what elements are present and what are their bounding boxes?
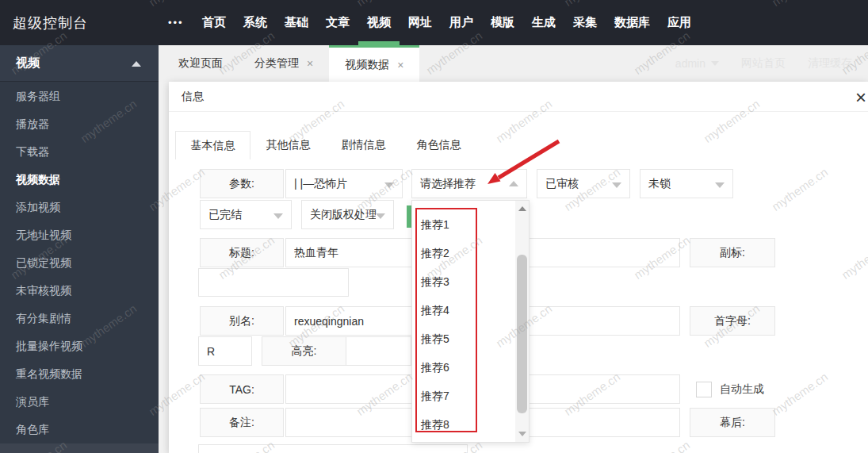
tab-video-data-active[interactable]: 视频数据 × — [329, 45, 419, 82]
scroll-down-icon[interactable] — [515, 426, 529, 442]
panel-title: 信息 — [182, 82, 204, 112]
nav-item-basic[interactable]: 基础 — [276, 0, 317, 45]
nav-item-template[interactable]: 模版 — [482, 0, 523, 45]
panel-header: 信息 × — [169, 82, 868, 112]
sidebar-item[interactable]: 无地址视频 — [0, 221, 159, 249]
sidebar-item[interactable]: 下载器 — [0, 138, 159, 166]
tab-other-info[interactable]: 其他信息 — [250, 131, 326, 159]
nav-item-generate[interactable]: 生成 — [523, 0, 564, 45]
nav-item-article[interactable]: 文章 — [317, 0, 358, 45]
site-home-link[interactable]: 网站首页 — [730, 56, 797, 71]
audit-select-value: 已审核 — [545, 177, 579, 191]
recommend-dropdown: 推荐1 推荐2 推荐3 推荐4 推荐5 推荐6 推荐7 推荐8 — [411, 200, 530, 443]
tab-label: 视频数据 — [345, 58, 389, 72]
sidebar-item[interactable]: 服务器组 — [0, 83, 159, 110]
close-icon[interactable]: × — [397, 59, 403, 71]
note-label: 备注: — [200, 408, 284, 437]
chevron-down-icon — [384, 182, 394, 188]
sidebar-item[interactable]: 有分集剧情 — [0, 305, 159, 332]
tab-welcome[interactable]: 欢迎页面 — [163, 45, 239, 82]
sidebar: 视频 服务器组 播放器 下载器 视频数据 添加视频 无地址视频 已锁定视频 未审… — [0, 45, 159, 453]
dropdown-option[interactable]: 推荐2 — [413, 240, 502, 268]
nav-item-url[interactable]: 网址 — [400, 0, 441, 45]
dropdown-option[interactable]: 推荐7 — [413, 382, 502, 411]
close-icon[interactable]: × — [849, 86, 868, 109]
top-nav: 首页 系统 基础 文章 视频 网址 用户 模版 生成 采集 数据库 应用 — [193, 0, 700, 45]
title-label: 标题: — [200, 238, 284, 267]
close-icon[interactable]: × — [307, 57, 313, 70]
chevron-down-icon — [612, 182, 621, 188]
lock-select[interactable]: 未锁 — [640, 169, 733, 198]
subtitle-label: 副标: — [690, 238, 775, 267]
sidebar-item[interactable]: 角色库 — [0, 416, 159, 443]
user-menu[interactable]: admin — [664, 57, 730, 70]
brand-title: 超级控制台 — [13, 0, 88, 45]
behind-label: 幕后: — [690, 408, 775, 437]
tab-category[interactable]: 分类管理 × — [239, 45, 329, 82]
sidebar-item[interactable]: 演员库 — [0, 388, 159, 416]
menu-toggle-icon[interactable]: ••• — [168, 0, 184, 45]
recommend-select[interactable]: 请选择推荐 — [411, 169, 527, 198]
sidebar-item[interactable]: 未审核视频 — [0, 277, 159, 305]
nav-item-system[interactable]: 系统 — [235, 0, 276, 45]
nav-item-home[interactable]: 首页 — [193, 0, 235, 45]
initial-label: 首字母: — [690, 306, 775, 336]
dropdown-option[interactable]: 推荐3 — [413, 268, 502, 297]
clipped-bottom-input[interactable] — [198, 444, 468, 453]
open-tabs: 欢迎页面 分类管理 × 视频数据 × — [163, 45, 419, 82]
nav-item-collect[interactable]: 采集 — [564, 0, 606, 45]
category-select-value: | |—恐怖片 — [294, 177, 347, 191]
sidebar-item[interactable]: 批量操作视频 — [0, 332, 159, 360]
dropdown-option[interactable]: 推荐6 — [413, 354, 502, 382]
nav-item-database[interactable]: 数据库 — [606, 0, 659, 45]
dropdown-option[interactable]: 推荐8 — [413, 411, 502, 440]
recommend-select-placeholder: 请选择推荐 — [420, 177, 476, 191]
panel-tabs: 基本信息 其他信息 剧情信息 角色信息 — [175, 131, 476, 159]
tab-label: 欢迎页面 — [178, 56, 223, 71]
dropdown-option[interactable]: 推荐5 — [413, 325, 502, 354]
nav-item-video[interactable]: 视频 — [358, 0, 400, 45]
nav-item-app[interactable]: 应用 — [659, 0, 700, 45]
chevron-down-icon — [711, 61, 719, 66]
tab-basic-info[interactable]: 基本信息 — [175, 131, 250, 159]
lock-select-value: 未锁 — [648, 177, 671, 191]
tab-plot-info[interactable]: 剧情信息 — [326, 131, 401, 159]
active-nav-indicator — [358, 41, 400, 45]
sidebar-item[interactable]: 添加视频 — [0, 194, 159, 221]
scrollbar-thumb[interactable] — [517, 255, 527, 413]
tab-bar: 欢迎页面 分类管理 × 视频数据 × admin 网站首页 清理缓存 — [159, 45, 868, 82]
autogen-checkbox[interactable] — [696, 382, 712, 397]
copyright-select-value: 关闭版权处理 — [310, 208, 377, 222]
sidebar-scrollbar[interactable] — [0, 443, 159, 453]
top-header: 超级控制台 ••• 首页 系统 基础 文章 视频 网址 用户 模版 生成 采集 … — [0, 0, 868, 45]
finish-select[interactable]: 已完结 — [200, 200, 292, 229]
sidebar-menu: 服务器组 播放器 下载器 视频数据 添加视频 无地址视频 已锁定视频 未审核视频… — [0, 83, 159, 443]
scroll-up-icon[interactable] — [515, 201, 529, 217]
initial-input[interactable] — [198, 336, 252, 366]
autogen-label: 自动生成 — [720, 382, 764, 397]
sidebar-item-active[interactable]: 视频数据 — [0, 166, 159, 194]
finish-select-value: 已完结 — [208, 208, 242, 222]
audit-select[interactable]: 已审核 — [537, 169, 630, 198]
nav-item-label: 视频 — [367, 15, 391, 30]
tab-role-info[interactable]: 角色信息 — [401, 131, 476, 159]
nav-item-user[interactable]: 用户 — [441, 0, 482, 45]
chevron-down-icon — [715, 182, 725, 188]
category-select[interactable]: | |—恐怖片 — [285, 169, 403, 198]
chevron-down-icon — [376, 213, 385, 219]
sidebar-section-label: 视频 — [16, 56, 40, 71]
highlight-input[interactable] — [346, 336, 411, 366]
dropdown-option[interactable]: 推荐4 — [413, 297, 502, 325]
copyright-select[interactable]: 关闭版权处理 — [301, 200, 394, 229]
sidebar-item[interactable]: 重名视频数据 — [0, 360, 159, 388]
param-label: 参数: — [200, 169, 284, 198]
dropdown-option[interactable]: 推荐1 — [413, 211, 502, 240]
tab-label: 分类管理 — [254, 56, 299, 71]
sidebar-item[interactable]: 已锁定视频 — [0, 249, 159, 277]
clear-cache-link[interactable]: 清理缓存 — [797, 56, 863, 71]
extra-title-input[interactable] — [198, 268, 349, 297]
dropdown-scrollbar[interactable] — [515, 201, 529, 442]
sidebar-item[interactable]: 播放器 — [0, 110, 159, 138]
sidebar-section-video[interactable]: 视频 — [0, 45, 159, 82]
app-window: 超级控制台 ••• 首页 系统 基础 文章 视频 网址 用户 模版 生成 采集 … — [0, 0, 868, 453]
